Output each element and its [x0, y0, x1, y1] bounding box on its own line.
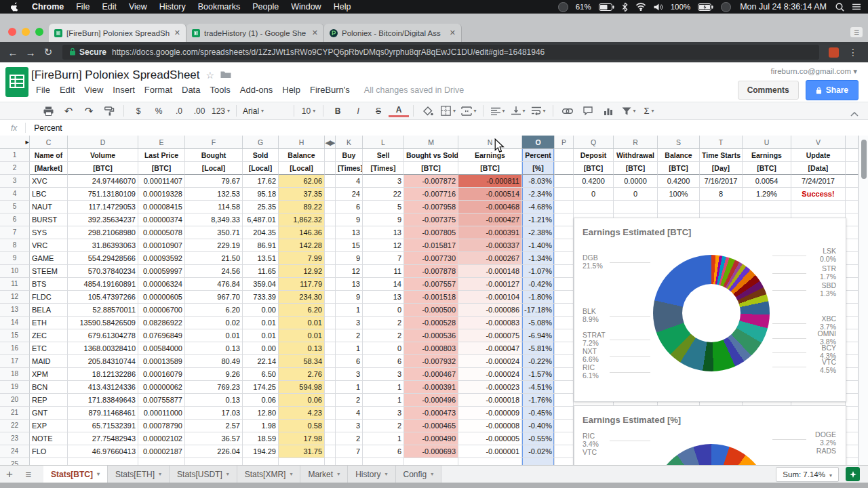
row-header-23[interactable]: 23: [0, 432, 30, 445]
row-header-24[interactable]: 24: [0, 445, 30, 458]
cell-L24[interactable]: 6: [363, 445, 404, 458]
cell-N5[interactable]: -0.000468: [458, 201, 522, 214]
cell-W16[interactable]: [846, 342, 859, 355]
cell-H22[interactable]: 0.58: [279, 420, 325, 432]
cell-F20[interactable]: 0.13: [185, 394, 243, 407]
redo-button[interactable]: ↷: [79, 104, 99, 119]
column-header-partial[interactable]: [846, 136, 859, 149]
cell-L18[interactable]: 3: [363, 368, 404, 381]
cell-collapse1[interactable]: [325, 149, 336, 162]
row-header-10[interactable]: 10: [0, 265, 30, 278]
cell-N18[interactable]: -0.000024: [458, 368, 522, 381]
cell-M20[interactable]: -0.000496: [404, 394, 458, 407]
menu-status-icon[interactable]: [558, 2, 568, 12]
cell-H18[interactable]: 2.76: [279, 368, 325, 381]
cell-G5[interactable]: 25.35: [243, 201, 279, 214]
cell-E25[interactable]: [138, 458, 185, 465]
cell-M17[interactable]: -0.007932: [404, 355, 458, 368]
cell-P22[interactable]: [555, 420, 574, 432]
cell-N8[interactable]: -0.000337: [458, 239, 522, 252]
cell-O8[interactable]: -1.40%: [522, 239, 555, 252]
sheets-logo-icon[interactable]: [5, 67, 28, 100]
cell-K1[interactable]: Buy: [336, 149, 363, 162]
cell-S1[interactable]: Balance: [658, 149, 700, 162]
menubar-item-chrome[interactable]: Chrome: [26, 2, 70, 12]
cell-E13[interactable]: 0.00006700: [138, 304, 185, 317]
cell-L4[interactable]: 22: [363, 188, 404, 201]
address-bar[interactable]: Secure https://docs.google.com/spreadshe…: [62, 45, 819, 60]
cell-F14[interactable]: 0.02: [185, 317, 243, 329]
cell-C9[interactable]: GAME: [30, 252, 68, 265]
browser-menu-icon[interactable]: ⋮: [848, 47, 859, 58]
cell-W21[interactable]: [846, 407, 859, 420]
menu-format[interactable]: Format: [140, 85, 177, 95]
cell-F17[interactable]: 80.49: [185, 355, 243, 368]
cell-D5[interactable]: 117.14729053: [68, 201, 138, 214]
cell-P17[interactable]: [555, 355, 574, 368]
cell-E23[interactable]: 0.00002102: [138, 432, 185, 445]
cell-O25[interactable]: [522, 458, 555, 465]
account-email[interactable]: fireburn.co@gmail.com ▾: [771, 66, 857, 76]
chevron-down-icon[interactable]: ▾: [431, 471, 433, 477]
cell-D6[interactable]: 392.35634237: [68, 214, 138, 226]
cell-G1[interactable]: Sold: [243, 149, 279, 162]
cell-K14[interactable]: 3: [336, 317, 363, 329]
cell-collapse2[interactable]: [325, 162, 336, 175]
cell-P18[interactable]: [555, 368, 574, 381]
cell-K18[interactable]: 3: [336, 368, 363, 381]
cell-N20[interactable]: -0.000018: [458, 394, 522, 407]
cell-G9[interactable]: 13.51: [243, 252, 279, 265]
cell-P13[interactable]: [555, 304, 574, 317]
cell-C16[interactable]: ETC: [30, 342, 68, 355]
cell-G23[interactable]: 18.59: [243, 432, 279, 445]
menubar-item-window[interactable]: Window: [285, 2, 327, 12]
cell-H2[interactable]: [Local]: [279, 162, 325, 175]
text-color-button[interactable]: A: [389, 105, 409, 117]
cell-F24[interactable]: 226.04: [185, 445, 243, 458]
insert-comment-button[interactable]: [578, 104, 598, 119]
column-header-U[interactable]: U: [743, 136, 791, 149]
undo-button[interactable]: ↶: [58, 104, 79, 119]
cell-O11[interactable]: -0.42%: [522, 278, 555, 291]
cell-collapse22[interactable]: [325, 420, 336, 432]
cell-H14[interactable]: 0.01: [279, 317, 325, 329]
cell-P19[interactable]: [555, 381, 574, 394]
cell-M24[interactable]: -0.000693: [404, 445, 458, 458]
cell-H11[interactable]: 117.79: [279, 278, 325, 291]
cell-C8[interactable]: VRC: [30, 239, 68, 252]
cell-O14[interactable]: -5.08%: [522, 317, 555, 329]
cell-L2[interactable]: [Times]: [363, 162, 404, 175]
font-size-select[interactable]: 10: [298, 104, 319, 119]
cell-P15[interactable]: [555, 329, 574, 342]
column-header-O[interactable]: O: [522, 136, 555, 149]
menubar-item-help[interactable]: Help: [328, 2, 357, 12]
cell-M15[interactable]: -0.000536: [404, 329, 458, 342]
cell-V3[interactable]: 7/24/2017: [791, 175, 846, 188]
cell-S4[interactable]: 100%: [658, 188, 700, 201]
row-header-2[interactable]: 2: [0, 162, 30, 175]
browser-tab-1[interactable]: [FireBurn] Poloniex SpreadSh✕: [49, 24, 186, 42]
cell-W5[interactable]: [846, 201, 859, 214]
cell-T3[interactable]: 7/16/2017: [700, 175, 743, 188]
cell-N10[interactable]: -0.000148: [458, 265, 522, 278]
cell-G16[interactable]: 0.00: [243, 342, 279, 355]
cell-N24[interactable]: -0.000001: [458, 445, 522, 458]
strikethrough-button[interactable]: S: [368, 104, 389, 119]
cell-M9[interactable]: -0.007730: [404, 252, 458, 265]
filter-button[interactable]: [618, 104, 639, 119]
cell-G15[interactable]: 0.01: [243, 329, 279, 342]
cell-C5[interactable]: NAUT: [30, 201, 68, 214]
column-header-K[interactable]: K: [336, 136, 363, 149]
cell-E14[interactable]: 0.08286922: [138, 317, 185, 329]
cell-U1[interactable]: Earnings: [743, 149, 791, 162]
cell-W15[interactable]: [846, 329, 859, 342]
cell-collapse9[interactable]: [325, 252, 336, 265]
cell-N2[interactable]: [BTC]: [458, 162, 522, 175]
menu-data[interactable]: Data: [177, 85, 205, 95]
functions-button[interactable]: Σ: [639, 104, 659, 119]
cell-F4[interactable]: 132.53: [185, 188, 243, 201]
cell-E24[interactable]: 0.00002187: [138, 445, 185, 458]
cell-G8[interactable]: 86.91: [243, 239, 279, 252]
cell-W10[interactable]: [846, 265, 859, 278]
cell-C6[interactable]: BURST: [30, 214, 68, 226]
